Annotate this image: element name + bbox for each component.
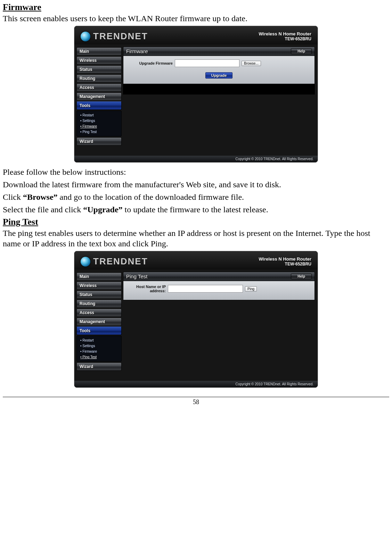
nav-management-2[interactable]: Management — [76, 318, 122, 326]
router-ui-firmware: TRENDNET Wireless N Home Router TEW-652B… — [74, 26, 318, 163]
tools-submenu-2: Restart Settings Firmware Ping Test — [76, 336, 122, 362]
product-model: TEW-652BRU — [259, 36, 311, 41]
panel-title-bar: Firmware Help — [123, 47, 315, 56]
firmware-file-input[interactable] — [175, 59, 239, 67]
nav-main[interactable]: Main — [76, 47, 122, 56]
router-ui-ping: TRENDNET Wireless N Home Router TEW-652B… — [74, 251, 318, 388]
step-select-prefix: Select the file and click — [3, 205, 83, 214]
product-model-2: TEW-652BRU — [259, 262, 311, 267]
panel-spacer — [123, 84, 315, 95]
upgrade-button[interactable]: Upgrade — [205, 72, 233, 79]
ping-host-input[interactable] — [168, 285, 243, 293]
nav-access-2[interactable]: Access — [76, 309, 122, 317]
router-header-2: TRENDNET Wireless N Home Router TEW-652B… — [74, 251, 318, 270]
sub-restart[interactable]: Restart — [77, 113, 121, 118]
sub-ping-test-2[interactable]: Ping Test — [77, 354, 121, 360]
sub-restart-2[interactable]: Restart — [77, 338, 121, 343]
upgrade-firmware-label: Upgrade Firmware — [128, 61, 173, 65]
brand-orb-icon-2 — [81, 257, 90, 267]
nav-wireless-2[interactable]: Wireless — [76, 281, 122, 290]
sub-firmware[interactable]: Firmware — [77, 124, 121, 129]
step-click-bold: “Browse” — [23, 192, 58, 202]
product-info-2: Wireless N Home Router TEW-652BRU — [259, 256, 311, 267]
ping-heading: Ping Test — [3, 217, 389, 227]
router-header: TRENDNET Wireless N Home Router TEW-652B… — [74, 26, 318, 44]
tools-submenu: Restart Settings Firmware Ping Test — [76, 110, 122, 137]
firmware-panel-body: Upgrade Firmware Browse... Upgrade — [123, 56, 315, 84]
step-select: Select the file and click “Upgrade” to u… — [3, 204, 389, 215]
sub-settings-2[interactable]: Settings — [77, 343, 121, 349]
nav-wizard[interactable]: Wizard — [76, 137, 122, 146]
content-column-2: Ping Test Help Host Name or IP address: … — [122, 270, 318, 381]
step-select-suffix: to update the firmware to the latest rel… — [123, 205, 268, 214]
upgrade-row: Upgrade — [128, 69, 310, 79]
brand-orb-icon — [81, 32, 90, 41]
ping-panel-body: Host Name or IP address: Ping — [123, 281, 315, 300]
nav-main-2[interactable]: Main — [76, 272, 122, 281]
nav-routing[interactable]: Routing — [76, 74, 122, 83]
ping-screenshot: TRENDNET Wireless N Home Router TEW-652B… — [3, 251, 389, 390]
ping-button[interactable]: Ping — [245, 286, 257, 292]
router-footer-2: Copyright © 2010 TRENDnet. All Rights Re… — [74, 381, 318, 387]
content-column: Firmware Help Upgrade Firmware Browse...… — [122, 44, 318, 156]
step-click-prefix: Click — [3, 192, 23, 202]
firmware-screenshot: TRENDNET Wireless N Home Router TEW-652B… — [3, 26, 389, 165]
step-click-suffix: and go to the location of the downloaded… — [58, 192, 244, 202]
ping-host-row: Host Name or IP address: Ping — [128, 285, 310, 293]
nav-tools-2[interactable]: Tools — [76, 327, 122, 335]
nav-routing-2[interactable]: Routing — [76, 300, 122, 308]
nav-wizard-2[interactable]: Wizard — [76, 362, 122, 371]
nav-status[interactable]: Status — [76, 65, 122, 74]
panel-title-bar-2: Ping Test Help — [123, 272, 315, 281]
page-number: 58 — [3, 399, 389, 406]
panel-title: Firmware — [126, 48, 148, 54]
nav-wireless[interactable]: Wireless — [76, 56, 122, 65]
product-title-2: Wireless N Home Router — [259, 256, 311, 262]
brand-text: TRENDNET — [93, 31, 148, 42]
panel-title-2: Ping Test — [126, 273, 147, 279]
nav-column: Main Wireless Status Routing Access Mana… — [74, 44, 122, 156]
sub-settings[interactable]: Settings — [77, 118, 121, 123]
browse-button[interactable]: Browse... — [242, 61, 261, 66]
instructions-lead: Please follow the below instructions: — [3, 167, 389, 177]
router-body: Main Wireless Status Routing Access Mana… — [74, 44, 318, 156]
firmware-intro-text: This screen enables users to keep the WL… — [3, 13, 389, 24]
nav-access[interactable]: Access — [76, 83, 122, 92]
step-select-bold: “Upgrade” — [83, 205, 122, 214]
ping-host-label: Host Name or IP address: — [128, 285, 166, 293]
nav-status-2[interactable]: Status — [76, 290, 122, 299]
brand-logo: TRENDNET — [81, 31, 148, 42]
sub-ping-test[interactable]: Ping Test — [77, 129, 121, 134]
upgrade-firmware-row: Upgrade Firmware Browse... — [128, 59, 310, 67]
product-title: Wireless N Home Router — [259, 31, 311, 36]
nav-management[interactable]: Management — [76, 92, 122, 101]
step-download: Download the latest firmware from the ma… — [3, 179, 389, 190]
router-footer: Copyright © 2010 TRENDnet. All Rights Re… — [74, 156, 318, 162]
nav-column-2: Main Wireless Status Routing Access Mana… — [74, 270, 122, 381]
help-button-2[interactable]: Help — [291, 273, 312, 279]
sub-firmware-2[interactable]: Firmware — [77, 349, 121, 354]
step-click: Click “Browse” and go to the location of… — [3, 192, 389, 202]
router-body-2: Main Wireless Status Routing Access Mana… — [74, 270, 318, 381]
ping-intro-text: The ping test enables users to determine… — [3, 228, 389, 249]
firmware-heading: Firmware — [3, 2, 389, 13]
brand-logo-2: TRENDNET — [81, 256, 148, 267]
product-info: Wireless N Home Router TEW-652BRU — [259, 31, 311, 41]
page-rule — [3, 397, 389, 397]
brand-text-2: TRENDNET — [93, 256, 148, 267]
nav-tools[interactable]: Tools — [76, 101, 122, 110]
help-button[interactable]: Help — [291, 48, 312, 54]
